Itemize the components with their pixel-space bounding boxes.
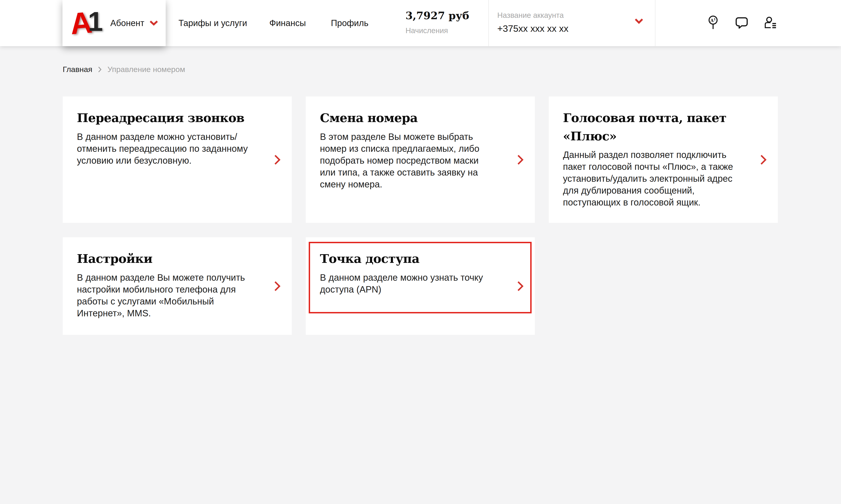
card-voicemail-plus[interactable]: Голосовая почта, пакет «Плюс» Данный раз… — [549, 96, 778, 223]
store-locator-button[interactable]: A1 — [708, 0, 718, 46]
card-settings[interactable]: Настройки В данном разделе Вы можете пол… — [63, 237, 292, 335]
svg-text:A1: A1 — [710, 18, 716, 23]
balance-block: 3,7927 руб Начисления — [406, 10, 469, 35]
card-description: В данном разделе Вы можете получить наст… — [77, 272, 255, 319]
breadcrumb-current: Управление номером — [107, 65, 185, 74]
header: Тарифы и услуги Финансы Профиль 3,7927 р… — [0, 0, 841, 46]
card-call-forwarding[interactable]: Переадресация звонков В данном разделе м… — [63, 96, 292, 223]
chevron-down-icon[interactable] — [634, 18, 643, 25]
chat-button[interactable] — [735, 0, 748, 46]
chevron-right-icon[interactable] — [274, 281, 281, 292]
nav-item-tariffs[interactable]: Тарифы и услуги — [178, 0, 247, 46]
nav-item-finances[interactable]: Финансы — [269, 0, 306, 46]
header-divider — [655, 0, 655, 46]
chevron-right-icon[interactable] — [760, 154, 767, 165]
balance-amount: 3,7927 руб — [406, 10, 469, 22]
chat-bubble-icon — [735, 17, 748, 30]
page: Тарифы и услуги Финансы Профиль 3,7927 р… — [0, 0, 841, 504]
chevron-right-icon[interactable] — [517, 281, 524, 292]
card-access-point[interactable]: Точка доступа В данном разделе можно узн… — [306, 237, 535, 335]
breadcrumb-home-link[interactable]: Главная — [63, 65, 92, 74]
chevron-down-icon[interactable] — [150, 20, 158, 26]
card-title: Смена номера — [320, 109, 510, 127]
card-title: Настройки — [77, 250, 267, 268]
balance-caption: Начисления — [406, 26, 469, 35]
chevron-right-icon — [98, 66, 102, 73]
card-title: Голосовая почта, пакет «Плюс» — [563, 109, 753, 145]
chevron-right-icon[interactable] — [517, 154, 524, 165]
breadcrumb: Главная Управление номером — [63, 65, 185, 74]
a1-logo[interactable]: A 1 — [70, 8, 103, 38]
account-details-button[interactable] — [763, 0, 777, 46]
user-details-icon — [763, 17, 777, 30]
account-selector-value: +375хх ххх хх хх — [497, 23, 568, 34]
subscriber-dropdown[interactable]: A 1 Абонент — [63, 0, 166, 46]
card-description: В этом разделе Вы можете выбрать номер и… — [320, 131, 492, 190]
card-number-change[interactable]: Смена номера В этом разделе Вы можете вы… — [306, 96, 535, 223]
chevron-right-icon[interactable] — [274, 154, 281, 165]
account-selector-label: Название аккаунта — [497, 11, 564, 20]
account-selector[interactable]: Название аккаунта +375хх ххх хх хх — [489, 0, 655, 46]
a1-location-pin-icon: A1 — [708, 15, 718, 31]
logo-letter-one: 1 — [88, 8, 103, 35]
card-title: Точка доступа — [320, 250, 510, 268]
card-description: В данном разделе можно установить/отмени… — [77, 131, 255, 166]
card-description: Данный раздел позволяет подключить пакет… — [563, 149, 741, 208]
subscriber-menu-label: Абонент — [110, 18, 144, 28]
card-description: В данном разделе можно узнать точку дост… — [320, 272, 498, 295]
nav-item-profile[interactable]: Профиль — [331, 0, 368, 46]
card-title: Переадресация звонков — [77, 109, 267, 127]
